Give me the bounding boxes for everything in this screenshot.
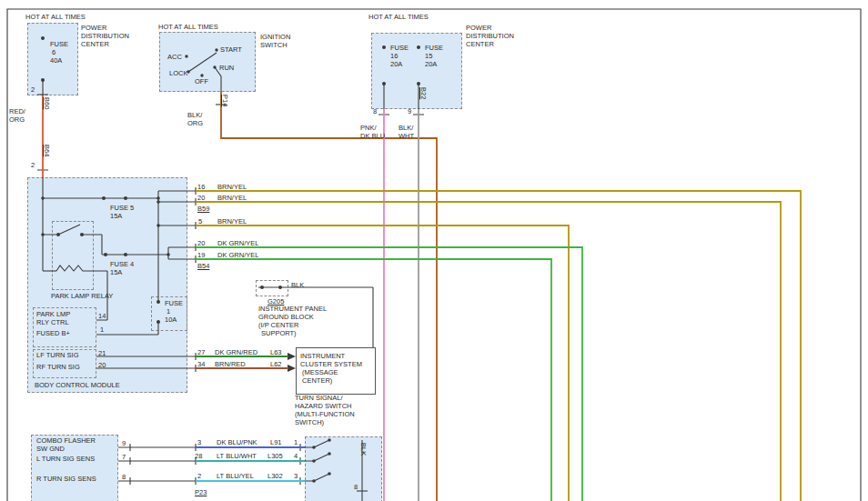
flasher-item1-1: COMBO FLASHER: [36, 436, 96, 445]
ground-wire-label: BLK: [291, 281, 304, 289]
pin-21: 21: [98, 349, 106, 357]
feed-row3-color: BRN/YEL: [217, 217, 247, 225]
switch-row1-swpin: 1: [294, 438, 298, 446]
cluster-row1-pin: 27: [197, 348, 205, 356]
cluster-title-4: CENTER): [302, 376, 332, 385]
cluster-row2-pin: 34: [197, 360, 205, 368]
connector-b64: B64: [43, 145, 51, 156]
wire-label-blk-org-1: BLK/: [187, 111, 202, 119]
switch-title-1: TURN SIGNAL/: [295, 394, 343, 402]
ignition-pos-start: START: [220, 45, 242, 54]
feed-row5-color: DK GRN/YEL: [217, 251, 258, 259]
flasher-pin-8: 8: [122, 473, 126, 481]
switch-gnd-wire-label: BLK: [359, 443, 368, 456]
wire-label-pnk-1: PNK/: [360, 124, 377, 132]
rly-ctrl-label-1: PARK LMP: [36, 310, 70, 318]
cluster-title-1: INSTRUMENT: [300, 352, 345, 360]
switch-row1-circuit: L91: [270, 438, 282, 446]
wire-label-blk-org-2: ORG: [187, 119, 203, 127]
fuse5-label-1: FUSE 5: [110, 204, 134, 212]
switch-title-3: (MULTI-FUNCTION: [295, 410, 355, 418]
arrow-into-cluster-2: [288, 365, 296, 372]
fuse15-label-1: FUSE: [425, 44, 443, 52]
wire-label-blkwht-1: BLK/: [399, 124, 413, 132]
switch-title-4: SWITCH): [295, 418, 324, 426]
pdc-right-box: [371, 33, 462, 109]
fuse1-label-3: 10A: [165, 316, 177, 324]
lf-turn-sig-label: LF TURN SIG: [36, 351, 79, 359]
turn-signal-switch-box: [305, 436, 382, 501]
pdc-right-pin9: 9: [408, 107, 411, 115]
switch-row2-circuit: L305: [267, 452, 283, 460]
fuse4-label-1: FUSE 4: [110, 260, 134, 268]
fuse15-label-2: 15: [425, 52, 432, 60]
switch-row1-pin: 3: [197, 438, 201, 446]
connector-b22: B22: [419, 87, 428, 99]
wire-label-red-org-2: ORG: [9, 115, 25, 124]
ignition-pos-run: RUN: [219, 64, 234, 72]
flasher-pin-7: 7: [122, 453, 126, 461]
connector-p23: P23: [195, 488, 207, 496]
fuse16-label-2: 16: [390, 52, 398, 60]
pin-20: 20: [98, 361, 106, 369]
hot-label-right: HOT AT ALL TIMES: [368, 13, 429, 21]
ground-title-4: SUPPORT): [261, 329, 297, 337]
park-lamp-relay-box: [52, 221, 94, 290]
wire-brn-yel: [196, 191, 801, 501]
wire-label-pnk-2: DK BLU: [360, 132, 385, 140]
pdc-right-title-3: CENTER: [466, 40, 494, 48]
switch-row2-color: LT BLU/WHT: [217, 452, 257, 460]
pin-14: 14: [98, 312, 106, 320]
fuse1-label-2: 1: [167, 307, 170, 316]
wire-dk-grn-yel: [196, 247, 582, 501]
switch-row2-pin: 28: [195, 452, 202, 460]
flasher-item1-2: SW GND: [36, 445, 65, 453]
fuse16-label-3: 20A: [390, 60, 402, 68]
feed-row5-pin: 19: [197, 251, 205, 259]
feed-row4-pin: 20: [197, 239, 205, 247]
fuse4-label-2: 15A: [110, 268, 122, 276]
ignition-pos-off: OFF: [195, 77, 208, 85]
flasher-item2: L TURN SIG SENS: [36, 455, 95, 463]
ignition-title-1: IGNITION: [260, 33, 290, 41]
switch-row3-circuit: L302: [267, 472, 283, 480]
connector-p14: P14: [221, 95, 229, 106]
fuse1-label-1: FUSE: [165, 299, 183, 307]
hot-label-left: HOT AT ALL TIMES: [25, 13, 86, 21]
park-lamp-relay-label: PARK LAMP RELAY: [51, 292, 113, 300]
ignition-title-2: SWITCH: [260, 41, 288, 49]
switch-row3-swpin: 3: [294, 472, 298, 480]
cluster-row2-circuit: L62: [270, 360, 282, 368]
connector-b59: B59: [197, 205, 209, 213]
pdc-left-pin: 2: [31, 85, 35, 94]
fuse16-label-1: FUSE: [390, 44, 409, 52]
bcm-top-pin: 2: [31, 161, 35, 169]
fuse5-label-2: 15A: [110, 212, 122, 220]
switch-title-2: HAZARD SWITCH: [295, 402, 352, 410]
fused-b-label: FUSED B+: [36, 329, 70, 337]
rly-ctrl-label-2: RLY CTRL: [36, 318, 69, 326]
wire-label-red-org-1: RED/: [9, 107, 25, 115]
ignition-pos-acc: ACC: [167, 53, 182, 61]
cluster-title-3: (MESSAGE: [302, 368, 338, 376]
feed-row1-pin: 16: [197, 183, 205, 191]
ground-block-box: [256, 280, 288, 296]
bcm-title: BODY CONTROL MODULE: [35, 381, 120, 389]
cluster-row2-color: BRN/RED: [215, 360, 246, 368]
wiring-diagram-canvas: HOT AT ALL TIMES HOT AT ALL TIMES HOT AT…: [0, 0, 868, 501]
connector-b60: B60: [43, 97, 51, 109]
pdc-left-title-1: POWER: [81, 24, 106, 32]
pdc-right-title-1: POWER: [466, 24, 491, 32]
rf-turn-sig-label: RF TURN SIG: [36, 363, 80, 371]
switch-row1-color: DK BLU/PNK: [217, 438, 257, 446]
pdc-left-title-2: DISTRIBUTION: [81, 32, 129, 40]
feed-row3-pin: 5: [198, 217, 202, 225]
switch-row2-swpin: 4: [294, 452, 298, 460]
ground-title-2: GROUND BLOCK: [258, 313, 314, 321]
ground-title-1: INSTRUMENT PANEL: [258, 305, 327, 313]
cluster-row1-color: DK GRN/RED: [215, 348, 257, 356]
cluster-title-2: CLUSTER SYSTEM: [300, 360, 362, 368]
arrow-into-cluster-1: [288, 353, 296, 360]
ground-title-3: (I/P CENTER: [258, 321, 298, 329]
switch-row3-color: LT BLU/YEL: [217, 472, 254, 480]
